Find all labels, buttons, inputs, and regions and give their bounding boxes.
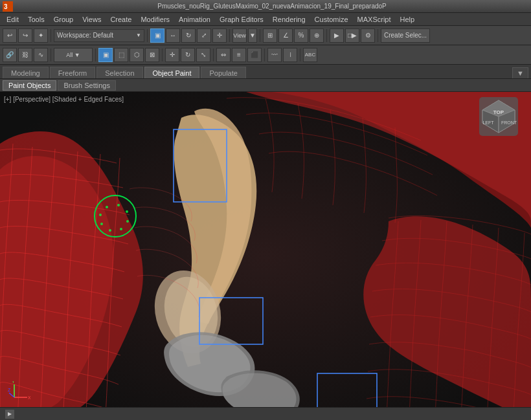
select-region-button[interactable]: ⬚ [114, 48, 128, 62]
curve-editor[interactable]: 〰 [267, 48, 282, 62]
viewport-canvas [0, 92, 531, 420]
svg-point-17 [99, 214, 102, 216]
move-button[interactable]: ↔ [166, 28, 180, 43]
render-settings[interactable]: ⚙ [361, 28, 375, 43]
menu-animation[interactable]: Animation [175, 14, 214, 25]
unlink-button[interactable]: ⛓ [18, 48, 32, 62]
menu-customize[interactable]: Customize [311, 14, 352, 25]
align-tool[interactable]: ≡ [232, 48, 246, 62]
separator2 [147, 29, 148, 42]
menu-views[interactable]: Views [78, 14, 105, 25]
select-mode-button[interactable]: ▣ [150, 28, 164, 43]
sep-t2-5 [264, 49, 265, 61]
menu-rendering[interactable]: Rendering [269, 14, 310, 25]
play-button[interactable]: ▶ [5, 410, 14, 419]
svg-text:TOP: TOP [493, 109, 504, 115]
separator1 [51, 29, 51, 42]
window-crossing-button[interactable]: ⊠ [145, 48, 159, 62]
axis-indicator: X Y Z [8, 381, 27, 401]
view-button[interactable]: View [232, 28, 247, 43]
named-sel-button[interactable]: ABC [303, 48, 317, 62]
separator6 [378, 29, 378, 42]
menu-graph-editors[interactable]: Graph Editors [216, 14, 267, 25]
scale-button[interactable]: ⤢ [197, 28, 211, 43]
mode-tabs: Modeling Freeform Selection Object Paint… [0, 65, 531, 79]
menu-maxscript[interactable]: MAXScript [354, 14, 395, 25]
svg-point-13 [126, 220, 129, 223]
svg-text:3: 3 [4, 3, 8, 10]
rotate-tool[interactable]: ↻ [181, 48, 195, 62]
sep-t2-6 [300, 49, 300, 61]
menu-edit[interactable]: Edit [3, 14, 23, 25]
menu-create[interactable]: Create [106, 14, 135, 25]
title-bar: 3 Pmuscles_nouRig_GluteusMaximo_02_nueva… [0, 0, 531, 13]
menu-modifiers[interactable]: Modifiers [137, 14, 174, 25]
redo-button[interactable]: ↪ [18, 28, 32, 43]
percent-snap[interactable]: % [294, 28, 308, 43]
separator5 [326, 29, 327, 42]
separator4 [260, 29, 260, 42]
tab-selection[interactable]: Selection [96, 67, 142, 78]
svg-point-12 [126, 210, 128, 213]
title-text: Pmuscles_nouRig_GluteusMaximo_02_nuevaAn… [16, 3, 528, 10]
create-selection-button[interactable]: Create Selec... [381, 28, 430, 43]
menu-group[interactable]: Group [50, 14, 78, 25]
svg-point-10 [106, 206, 108, 208]
tab-modeling[interactable]: Modeling [3, 67, 49, 78]
svg-text:Z: Z [8, 388, 11, 392]
rotate-button[interactable]: ↻ [181, 28, 196, 43]
tab-freeform[interactable]: Freeform [50, 67, 96, 78]
spinner-snap[interactable]: ⊕ [310, 28, 324, 43]
svg-text:X: X [28, 395, 30, 400]
app-logo: 3 [3, 1, 13, 12]
select-by-name-button[interactable]: ✦ [34, 28, 48, 43]
separator3 [229, 29, 230, 42]
menu-tools[interactable]: Tools [24, 14, 49, 25]
svg-text:FRONT: FRONT [501, 120, 517, 125]
view-dropdown[interactable]: ▼ [248, 28, 257, 43]
tab-populate[interactable]: Populate [201, 67, 245, 78]
filter-dropdown[interactable]: All ▼ [54, 48, 93, 62]
sep-t2-2 [95, 49, 96, 61]
scale-tool[interactable]: ⤡ [196, 48, 210, 62]
status-bar: ▶ [0, 407, 531, 420]
svg-line-30 [9, 393, 14, 397]
sub-tab-brush-settings[interactable]: Brush Settings [58, 80, 116, 91]
svg-point-14 [120, 228, 122, 230]
sep-t2-3 [162, 49, 163, 61]
snap-toggle[interactable]: ⊞ [263, 28, 277, 43]
layer-tool[interactable]: ⬛ [247, 48, 262, 62]
angle-snap[interactable]: ∠ [278, 28, 293, 43]
undo-button[interactable]: ↩ [3, 28, 17, 43]
sep-t2-4 [213, 49, 214, 61]
move-tool[interactable]: ✛ [165, 48, 179, 62]
menu-help[interactable]: Help [396, 14, 419, 25]
sub-tab-paint-objects[interactable]: Paint Objects [3, 80, 56, 91]
tab-object-paint[interactable]: Object Paint [144, 67, 200, 78]
transform-button[interactable]: ✛ [212, 28, 227, 43]
render-button[interactable]: ▶ [330, 28, 344, 43]
render-frame-button[interactable]: □▶ [345, 28, 359, 43]
mirror-tool[interactable]: ⇔ [216, 48, 231, 62]
svg-text:Y: Y [12, 381, 15, 384]
workspace-dropdown[interactable]: Workspace: Default ▼ [54, 29, 144, 42]
dope-sheet[interactable]: ⁞ [283, 48, 297, 62]
svg-point-16 [100, 223, 103, 225]
svg-text:LEFT: LEFT [482, 120, 494, 125]
toolbar-row1: ↩ ↪ ✦ Workspace: Default ▼ ▣ ↔ ↻ ⤢ ✛ Vie… [0, 26, 531, 45]
link-button[interactable]: 🔗 [3, 48, 17, 62]
svg-point-15 [109, 229, 111, 232]
toolbar-row2: 🔗 ⛓ ∿ All ▼ ▣ ⬚ ⬡ ⊠ ✛ ↻ ⤡ ⇔ ≡ ⬛ 〰 ⁞ ABC [0, 45, 531, 65]
bind-space-warp[interactable]: ∿ [34, 48, 48, 62]
select-fence-button[interactable]: ⬡ [130, 48, 144, 62]
sub-tabs: Paint Objects Brush Settings [0, 79, 531, 92]
tabs-dropdown[interactable]: ▼ [512, 67, 528, 78]
select-obj-button[interactable]: ▣ [98, 48, 113, 62]
sep-t2-1 [51, 49, 51, 61]
svg-point-11 [117, 204, 120, 206]
menu-bar: Edit Tools Group Views Create Modifiers … [0, 13, 531, 26]
viewport[interactable]: [+] [Perspective] [Shaded + Edged Faces]… [0, 92, 531, 420]
navigation-cube[interactable]: TOP LEFT FRONT [479, 97, 518, 136]
